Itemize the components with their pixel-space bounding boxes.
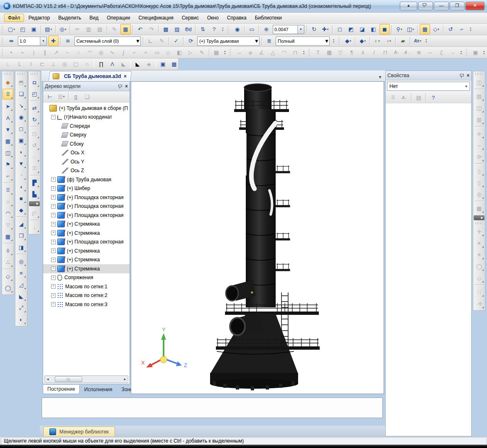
stack-views-icon[interactable]: ≑ (474, 129, 484, 139)
change-component-icon[interactable]: ⟳ (186, 36, 196, 46)
contour-icon[interactable]: ⌐ (130, 47, 140, 58)
zoom-in-icon[interactable]: ⊕ (261, 24, 272, 34)
tree-item[interactable]: Ось Z (43, 166, 130, 175)
document-tab[interactable]: СБ Труба дымовая.a3d × (48, 71, 132, 81)
spline-icon[interactable]: ∿ (107, 47, 117, 58)
revolve-icon[interactable]: ◉ (16, 112, 26, 122)
redo-icon[interactable]: ↷ (146, 24, 157, 34)
scroll-right-icon[interactable]: ► (122, 377, 128, 381)
assoc-view-icon[interactable]: ◫ (474, 77, 484, 87)
pan-view-icon[interactable]: ✚▾ (320, 24, 330, 34)
tree-item[interactable]: +(+) Площадка секторная (43, 202, 130, 211)
menu-вид[interactable]: Вид (86, 14, 103, 22)
tree-item[interactable]: Спереди (43, 122, 130, 131)
chamfer-icon[interactable]: ◢ (16, 219, 26, 229)
polygon-icon[interactable]: ◇ (163, 47, 174, 58)
hide-objects-icon[interactable]: ◫▾ (405, 24, 416, 34)
window-list-button[interactable]: ▼ (378, 75, 382, 79)
rotate-view-icon[interactable]: ↻ (309, 24, 319, 34)
axis-gray-icon[interactable]: ↓ (29, 222, 39, 232)
auto-dimension-icon[interactable]: A±▾ (412, 36, 423, 46)
tree-item[interactable]: +(+) Стремянка (43, 264, 130, 273)
curve-icon[interactable]: ~ (62, 47, 73, 58)
equidistant-icon[interactable]: ≈ (141, 47, 151, 58)
chevron-down-icon[interactable]: ▼ (463, 85, 470, 88)
hatch-icon[interactable]: ◧ (174, 47, 185, 58)
measure-compass-icon[interactable]: A (3, 113, 13, 123)
sheet-metal-icon[interactable]: ◐▾ (372, 36, 382, 46)
pin-panel-icon[interactable] (118, 85, 122, 88)
refresh-image-icon[interactable]: ↺ (445, 24, 456, 34)
expand-icon[interactable]: + (51, 240, 56, 244)
snap-settings-icon[interactable]: ✚ (48, 36, 59, 46)
rotate-gray-icon[interactable]: ↺ (29, 140, 39, 150)
expand-icon[interactable]: + (51, 186, 56, 191)
detail-level-icon[interactable]: ≣ (264, 36, 274, 46)
expand-icon[interactable]: + (51, 195, 56, 200)
pin-window-button[interactable] (418, 2, 433, 10)
auxiliary-line-icon[interactable]: ⌁ (17, 47, 28, 58)
snap-circle-icon[interactable]: ◯ (474, 261, 484, 271)
print-icon[interactable]: ▤▾ (43, 24, 54, 34)
add-from-file-icon[interactable]: ◰ (29, 89, 39, 99)
sketch-book-icon[interactable]: ▯ (474, 178, 484, 187)
properties-pin-icon[interactable] (460, 74, 463, 78)
mirror-icon[interactable]: ▷ (186, 47, 196, 58)
array-panel-icon[interactable]: ⠿ (2, 89, 13, 100)
menu-файл[interactable]: Файл (4, 14, 24, 22)
array-grid-icon[interactable]: ⠿ (3, 185, 13, 195)
tree-item[interactable]: +(+) Площадка секторная (43, 193, 130, 202)
expand-icon[interactable]: + (51, 231, 56, 235)
expand-icon[interactable]: + (51, 293, 56, 298)
tab-construction[interactable]: Построение (43, 385, 80, 394)
minimize-button[interactable]: — (434, 2, 449, 10)
variables-icon[interactable]: ▩ (161, 24, 171, 34)
selection-filter-icon[interactable]: ➤ (3, 101, 13, 111)
cut-line-icon[interactable]: A↓ (392, 47, 402, 58)
collect-objects-icon[interactable]: ▣ (470, 47, 481, 58)
tree-item[interactable]: +(ф) Труба дымовая (43, 175, 130, 184)
library-help-icon[interactable]: ▩ (169, 59, 179, 69)
scale-body-icon[interactable]: ⤢ (16, 303, 26, 313)
menu-выделить[interactable]: Выделить (54, 14, 85, 22)
cut-extrude-icon[interactable]: ◨ (16, 242, 26, 252)
circular-gray-icon[interactable]: ◌ (29, 152, 39, 162)
diameter-dimension-icon[interactable]: ⌀ (245, 47, 256, 58)
layers-icon[interactable]: ≋ (63, 36, 73, 46)
library-manager-tab[interactable]: Менеджер библиотек (43, 426, 115, 436)
panel-icon[interactable]: ▣ (16, 135, 26, 145)
standard-views-icon[interactable]: ◆ (3, 77, 13, 87)
functions-icon[interactable]: f(x) (183, 24, 193, 34)
roughness-icon[interactable]: ▽ (335, 47, 346, 58)
chevron-down-icon[interactable]: ▼ (254, 38, 259, 44)
edit-in-place-icon[interactable]: ✎ (157, 36, 167, 46)
tree-item[interactable]: Ось Y (43, 157, 130, 166)
toolbar-overflow-icon[interactable]: ▾▾ (223, 48, 227, 57)
toolbar-grip[interactable] (2, 49, 5, 57)
height-dimension-icon[interactable]: ⊓ (290, 47, 301, 58)
tree-item[interactable]: +(+) Площадка секторная (43, 211, 130, 220)
current-layer-combo[interactable]: Системный слой (0)▼ (74, 37, 141, 46)
toolbar-grip[interactable] (2, 25, 5, 34)
shaded-mode-icon[interactable]: ◧ (368, 24, 379, 34)
toolbar-grip[interactable] (4, 73, 12, 75)
panel-expander[interactable]: ▶ (474, 215, 485, 220)
solid-cube-icon[interactable]: ■ (16, 193, 26, 203)
shell-icon[interactable]: ◖ (16, 182, 26, 192)
toolbar-overflow-icon[interactable]: ▾▾ (220, 25, 225, 34)
expand-icon[interactable]: + (51, 177, 56, 182)
axis-line-icon[interactable]: --- (425, 47, 436, 58)
arc-icon[interactable]: ◠ (85, 47, 95, 58)
rib-gray-icon[interactable]: ◔ (16, 170, 26, 180)
tree-copy-report-icon[interactable]: ❏ (82, 92, 92, 102)
pipe-profile-icon[interactable]: ◎ (59, 59, 70, 69)
scroll-left-icon[interactable]: ◄ (45, 377, 51, 381)
3d-viewport[interactable]: Y X Z (131, 81, 384, 394)
hole-icon[interactable]: ◎ (16, 256, 26, 266)
tree-item[interactable]: Сверху (43, 131, 130, 140)
array-points-icon[interactable]: ∵ (3, 220, 13, 230)
toolbar-grip[interactable] (228, 25, 230, 34)
copy-rotate-icon[interactable]: ⟳ (474, 152, 484, 162)
menu-библиотеки[interactable]: Библиотеки (251, 14, 286, 22)
toolbar-overflow-icon[interactable]: ▾▾ (482, 48, 486, 57)
